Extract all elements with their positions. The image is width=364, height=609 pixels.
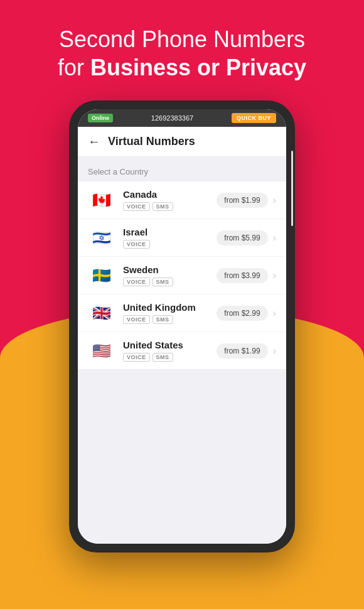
price-sweden: from $3.99 [217,268,267,283]
badge-voice-uk: VOICE [123,315,150,324]
badge-voice-israel: VOICE [123,240,150,249]
badge-sms-us: SMS [153,353,173,362]
badges-sweden: VOICE SMS [123,278,217,286]
content-area: Select a Country 🇨🇦 Canada VOICE SMS fr [78,157,286,544]
flag-us: 🇺🇸 [88,341,115,361]
flag-sweden: 🇸🇪 [88,266,115,286]
country-info-sweden: Sweden VOICE SMS [123,264,217,286]
price-canada: from $1.99 [217,193,267,208]
status-bar: Online 12692383367 QUICK BUY [78,109,286,127]
phone-device: Online 12692383367 QUICK BUY ← Virtual N… [69,100,295,552]
country-name-us: United States [123,340,217,350]
badges-israel: VOICE [123,240,217,249]
chevron-sweden: › [273,270,276,281]
header-line2-bold: Business or Privacy [90,55,306,80]
quick-buy-button[interactable]: QUICK BUY [232,113,276,123]
country-info-uk: United Kingdom VOICE SMS [123,302,217,324]
flag-uk: 🇬🇧 [88,303,115,323]
price-israel: from $5.99 [217,230,267,245]
chevron-israel: › [273,232,276,244]
phone-screen: Online 12692383367 QUICK BUY ← Virtual N… [78,109,286,544]
header-line2-prefix: for [58,55,90,80]
phone-number-display: 12692383367 [151,114,193,122]
chevron-us: › [273,345,276,357]
flag-israel: 🇮🇱 [88,228,115,248]
country-info-israel: Israel VOICE [123,227,217,249]
country-item-sweden[interactable]: 🇸🇪 Sweden VOICE SMS from $3.99 › [78,257,286,294]
country-info-us: United States VOICE SMS [123,340,217,362]
country-name-israel: Israel [123,227,217,237]
country-info-canada: Canada VOICE SMS [123,189,217,211]
scrollbar-indicator [291,151,293,226]
country-item-canada[interactable]: 🇨🇦 Canada VOICE SMS from $1.99 › [78,181,286,219]
badge-voice-us: VOICE [123,353,150,362]
screen-title: Virtual Numbers [108,135,195,148]
price-uk: from $2.99 [217,306,267,321]
flag-canada: 🇨🇦 [88,190,115,210]
online-badge: Online [88,114,113,122]
section-label: Select a Country [78,157,286,181]
country-item-us[interactable]: 🇺🇸 United States VOICE SMS from $1.99 › [78,332,286,369]
badges-canada: VOICE SMS [123,202,217,211]
country-list: 🇨🇦 Canada VOICE SMS from $1.99 › [78,181,286,369]
hero-header: Second Phone Numbers for Business or Pri… [0,0,364,94]
country-name-uk: United Kingdom [123,302,217,313]
back-button[interactable]: ← [88,134,100,149]
badge-sms-canada: SMS [153,202,173,211]
chevron-uk: › [273,308,276,319]
badges-uk: VOICE SMS [123,315,217,324]
badge-voice-canada: VOICE [123,202,150,211]
header-line1: Second Phone Numbers [59,26,305,52]
price-us: from $1.99 [217,343,267,358]
badges-us: VOICE SMS [123,353,217,362]
chevron-canada: › [273,195,276,206]
country-item-uk[interactable]: 🇬🇧 United Kingdom VOICE SMS from $2.99 › [78,294,286,332]
badge-sms-sweden: SMS [153,278,173,286]
badge-sms-uk: SMS [153,315,173,324]
country-item-israel[interactable]: 🇮🇱 Israel VOICE from $5.99 › [78,219,286,257]
country-name-canada: Canada [123,189,217,200]
country-name-sweden: Sweden [123,264,217,275]
phone-mockup-container: Online 12692383367 QUICK BUY ← Virtual N… [0,100,364,552]
app-header: ← Virtual Numbers [78,127,286,157]
badge-voice-sweden: VOICE [123,278,150,286]
